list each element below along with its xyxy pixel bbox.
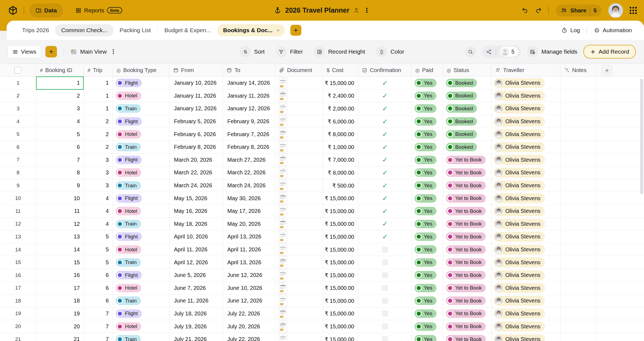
cell-from[interactable]: July 19, 2026 <box>170 320 223 333</box>
cell-booking_id[interactable]: 19 <box>36 307 84 320</box>
cell-confirmation[interactable]: ✓ <box>358 192 412 205</box>
cell-paid[interactable]: Yes <box>412 320 443 333</box>
cell-from[interactable]: February 8, 2026 <box>170 141 223 153</box>
cell-booking_type[interactable]: Flight <box>113 307 170 320</box>
cell-booking_type[interactable]: Train <box>113 218 170 230</box>
cell-traveller[interactable]: Olivia Stevens <box>492 141 561 153</box>
row-number-cell[interactable]: 16 <box>0 269 36 282</box>
cell-cost[interactable]: ₹ 15,000.00 <box>323 243 358 256</box>
row-number-cell[interactable]: 13 <box>0 230 36 243</box>
cell-to[interactable]: June 10, 2026 <box>223 282 275 295</box>
cell-traveller[interactable]: Olivia Stevens <box>492 102 561 115</box>
cell-notes[interactable] <box>561 333 597 341</box>
collaborator-person-icon[interactable] <box>353 7 360 13</box>
cell-document[interactable] <box>275 102 323 115</box>
cell-confirmation[interactable]: ✓ <box>358 128 412 141</box>
cell-status[interactable]: Yet to Book <box>443 154 492 166</box>
cell-confirmation[interactable] <box>358 282 412 295</box>
row-number-cell[interactable]: 18 <box>0 295 36 307</box>
cell-confirmation[interactable] <box>358 256 412 269</box>
cell-status[interactable]: Yet to Book <box>443 218 492 230</box>
cell-paid[interactable]: Yes <box>412 333 443 341</box>
cell-paid[interactable]: Yes <box>412 102 443 115</box>
cell-to[interactable]: March 22, 2026 <box>223 166 275 179</box>
current-view[interactable]: Main View ⋮ <box>70 48 117 55</box>
cell-document[interactable] <box>275 307 323 320</box>
cell-status[interactable]: Yet to Book <box>443 243 492 256</box>
cell-from[interactable]: May 18, 2026 <box>170 218 223 230</box>
cell-confirmation[interactable]: ✓ <box>358 230 412 243</box>
cell-notes[interactable] <box>561 115 597 128</box>
column-header-confirmation[interactable]: Confirmation <box>358 64 411 76</box>
cell-notes[interactable] <box>561 218 597 230</box>
add-view-button[interactable] <box>45 46 57 57</box>
cell-booking_type[interactable]: Flight <box>113 115 170 128</box>
cell-to[interactable]: June 12, 2026 <box>223 295 275 307</box>
filter-button[interactable]: Filter <box>276 46 303 57</box>
cell-to[interactable]: April 11, 2026 <box>223 243 275 256</box>
row-number-cell[interactable]: 2 <box>0 90 36 102</box>
cell-booking_type[interactable]: Train <box>113 333 170 341</box>
cell-status[interactable]: Yet to Book <box>443 256 492 269</box>
views-button[interactable]: Views <box>8 45 41 58</box>
cell-to[interactable]: April 13, 2026 <box>223 256 275 269</box>
cell-paid[interactable]: Yes <box>412 307 443 320</box>
cell-notes[interactable] <box>561 256 597 269</box>
cell-to[interactable]: April 13, 2026 <box>223 230 275 243</box>
cell-to[interactable]: January 14, 2026 <box>223 77 275 89</box>
cell-booking_id[interactable]: 13 <box>36 230 84 243</box>
cell-document[interactable] <box>275 205 323 218</box>
cell-cost[interactable]: ₹ 15,000.00 <box>323 192 358 205</box>
cell-traveller[interactable]: Olivia Stevens <box>492 115 561 128</box>
cell-booking_id[interactable]: 5 <box>36 128 84 141</box>
cell-paid[interactable]: Yes <box>412 230 443 243</box>
undo-icon[interactable] <box>522 7 528 14</box>
cell-cost[interactable]: ₹ 500.00 <box>323 179 358 192</box>
cell-to[interactable]: July 22, 2026 <box>223 333 275 341</box>
column-header-notes[interactable]: Notes <box>560 64 596 76</box>
cell-trip[interactable]: 1 <box>84 102 113 115</box>
cell-from[interactable]: February 6, 2026 <box>170 128 223 141</box>
cell-document[interactable] <box>275 77 323 89</box>
cell-document[interactable] <box>275 179 323 192</box>
cell-confirmation[interactable] <box>358 333 412 341</box>
cell-document[interactable] <box>275 282 323 295</box>
cell-trip[interactable]: 5 <box>84 230 113 243</box>
cell-booking_id[interactable]: 14 <box>36 243 84 256</box>
cell-paid[interactable]: Yes <box>412 141 443 153</box>
cell-trip[interactable]: 3 <box>84 166 113 179</box>
row-number-cell[interactable]: 21 <box>0 333 36 341</box>
column-header-booking_type[interactable]: ◎Booking Type <box>113 64 169 76</box>
cell-confirmation[interactable] <box>358 269 412 282</box>
cell-booking_type[interactable]: Hotel <box>113 243 170 256</box>
cell-notes[interactable] <box>561 320 597 333</box>
collaborators-widget[interactable]: 5 <box>482 46 521 58</box>
cell-confirmation[interactable]: ✓ <box>358 77 412 89</box>
add-field-button[interactable] <box>601 65 612 76</box>
row-number-cell[interactable]: 11 <box>0 205 36 218</box>
cell-cost[interactable]: ₹ 7,000.00 <box>323 154 358 166</box>
cell-booking_id[interactable]: 15 <box>36 256 84 269</box>
cell-to[interactable]: February 9, 2026 <box>223 115 275 128</box>
cell-trip[interactable]: 4 <box>84 218 113 230</box>
cell-notes[interactable] <box>561 282 597 295</box>
cell-booking_id[interactable]: 9 <box>36 179 84 192</box>
cell-trip[interactable]: 6 <box>84 282 113 295</box>
cell-cost[interactable]: ₹ 2,400.00 <box>323 90 358 102</box>
cell-confirmation[interactable] <box>358 295 412 307</box>
row-number-cell[interactable]: 1 <box>0 77 36 89</box>
cell-trip[interactable]: 6 <box>84 269 113 282</box>
cell-booking_type[interactable]: Train <box>113 102 170 115</box>
cell-booking_type[interactable]: Train <box>113 141 170 153</box>
cell-document[interactable] <box>275 218 323 230</box>
share-button[interactable]: Share 5 <box>556 4 602 16</box>
column-header-booking_id[interactable]: #Booking ID <box>36 64 84 76</box>
cell-status[interactable]: Yet to Book <box>443 230 492 243</box>
cell-trip[interactable]: 3 <box>84 179 113 192</box>
column-header-from[interactable]: From <box>169 64 223 76</box>
row-number-cell[interactable]: 6 <box>0 141 36 153</box>
cell-booking_id[interactable]: 3 <box>36 102 84 115</box>
cell-booking_type[interactable]: Hotel <box>113 166 170 179</box>
cell-cost[interactable]: ₹ 15,000.00 <box>323 295 358 307</box>
cell-notes[interactable] <box>561 154 597 166</box>
